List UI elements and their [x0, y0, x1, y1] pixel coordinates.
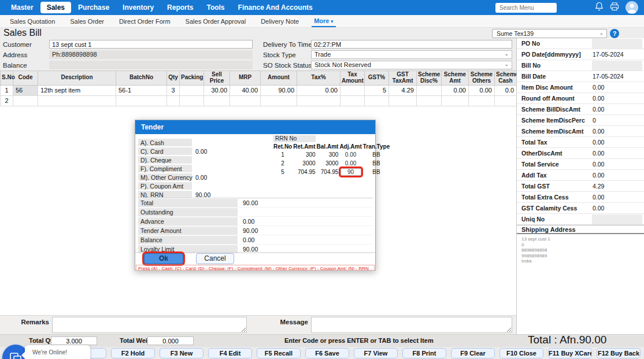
payment-mode-label[interactable]: P). Coupon Amt — [138, 182, 192, 190]
menu-item[interactable]: Purchase — [72, 2, 116, 13]
menu-item[interactable]: Sales — [40, 2, 71, 13]
summary-row-label: PO No — [517, 40, 592, 47]
grid-cell-packing[interactable] — [180, 95, 204, 106]
payment-mode-label[interactable]: C). Card — [138, 147, 192, 155]
address-field[interactable]: Ph:8898898898 — [49, 50, 253, 59]
menu-item[interactable]: Tools — [200, 2, 231, 13]
message-textarea[interactable] — [311, 317, 512, 333]
total-qty-field[interactable] — [51, 336, 97, 345]
tender-summary-row: Advance 0.00 — [138, 217, 373, 226]
fkey-button[interactable]: F9 Clear — [451, 348, 495, 358]
subnav-item[interactable]: Direct Order Form — [112, 15, 178, 27]
fkey-button[interactable]: F10 Close — [499, 348, 543, 358]
fkey-button[interactable]: F2 Hold — [111, 348, 155, 358]
menu-item[interactable]: Inventory — [116, 2, 160, 13]
summary-row-value[interactable]: 0.00 — [592, 83, 642, 92]
grid-header-cell: Code — [13, 71, 38, 86]
subnav-item[interactable]: Sales Order Approval — [178, 15, 254, 27]
summary-row-value[interactable]: 0.00 — [592, 171, 642, 180]
summary-row-value[interactable]: 0.00 — [592, 149, 642, 158]
summary-row-value[interactable]: 0.00 — [592, 193, 642, 202]
subnav-item[interactable]: Delivery Note — [253, 15, 306, 27]
adj-amount-input[interactable]: 0.00 — [340, 160, 361, 166]
fkey-button[interactable]: F4 Edit — [208, 348, 252, 358]
grid-cell-mrp[interactable]: 40.00 — [230, 85, 261, 95]
rrn-cell-adjamt: 90 — [339, 168, 362, 176]
grid-cell-code[interactable] — [13, 95, 38, 106]
grid-header-cell: BatchNo — [116, 71, 167, 86]
summary-row-value[interactable] — [592, 61, 642, 71]
so-stock-status-select[interactable]: Stock Not Reserved — [311, 61, 512, 69]
customer-input[interactable] — [49, 40, 253, 49]
rrn-table: Ret.No Ret.Amt Bal.Amt Adj.Amt Tran.Type… — [273, 143, 390, 176]
delivery-time-input[interactable] — [311, 40, 512, 49]
subnav-more-menu[interactable]: More — [312, 15, 335, 27]
ok-button[interactable]: Ok — [144, 253, 183, 264]
summary-row-value[interactable]: 0 — [592, 116, 642, 125]
payment-mode-label[interactable]: A). Cash — [138, 139, 192, 146]
payment-mode-label[interactable]: F). Compliment — [138, 165, 192, 172]
rrn-cell-balamt: 300 — [316, 150, 339, 159]
rrn-no-label[interactable]: RRN No — [273, 135, 316, 142]
payment-mode-amount[interactable]: 0.00 — [195, 174, 207, 181]
printer-icon[interactable] — [610, 2, 619, 13]
grid-cell-description[interactable]: 12th sept item — [38, 85, 116, 95]
summary-row-value[interactable] — [592, 214, 642, 224]
summary-row: Total Tax 0.00 — [517, 137, 644, 148]
grid-cell-qty[interactable]: 3 — [167, 85, 180, 95]
menu-item[interactable]: Reports — [161, 2, 199, 13]
menu-item[interactable]: Finance And Accounts — [232, 2, 319, 13]
subnav-item[interactable]: Sales Quotation — [2, 15, 62, 27]
fkey-button[interactable]: F5 Recall — [257, 348, 301, 358]
summary-row-value[interactable]: 17-05-2024 — [592, 72, 642, 82]
fkey-button[interactable]: F11 Buy XCare — [548, 348, 592, 358]
grid-cell-batchno[interactable] — [116, 95, 167, 106]
grid-cell-packing[interactable] — [180, 85, 204, 95]
user-avatar[interactable] — [626, 1, 638, 14]
summary-row-value[interactable]: 17-05-2024 — [592, 50, 642, 60]
fkey-button[interactable]: F3 New — [160, 348, 203, 358]
subnav-item[interactable]: Sales Order — [62, 15, 112, 27]
payment-mode-row: M). Other Currency 0.00 — [138, 173, 270, 182]
grid-cell-batchno[interactable]: 56-1 — [116, 85, 167, 95]
chat-tooltip[interactable]: We're Online! How may I help you today? — [25, 345, 90, 359]
grid-header-cell: GST TaxAmt — [389, 71, 417, 86]
summary-row-value[interactable]: 0.00 — [592, 160, 642, 169]
help-icon[interactable] — [610, 29, 619, 38]
fkey-button[interactable]: F12 Buy Back — [597, 348, 641, 358]
summary-row-value[interactable]: 4.29 — [592, 182, 642, 191]
grid-cell-mrp[interactable] — [230, 95, 261, 106]
remarks-textarea[interactable] — [52, 317, 247, 333]
summary-row: Bill No — [517, 60, 644, 71]
bell-icon[interactable] — [595, 2, 604, 13]
payment-mode-label[interactable]: M). Other Currency — [138, 173, 192, 181]
cancel-button[interactable]: Cancel — [196, 253, 234, 264]
grid-cell-code[interactable]: 56 — [13, 85, 38, 95]
balance-field[interactable] — [49, 61, 253, 69]
rrn-header-retno: Ret.No — [273, 143, 293, 150]
summary-row-value[interactable]: 0.00 — [592, 94, 642, 103]
grid-cell-description[interactable] — [38, 95, 116, 106]
branch-select[interactable]: Sume Tex139 — [492, 29, 607, 38]
summary-row: Total Service 0.00 — [517, 159, 644, 170]
summary-row-value[interactable]: 0.00 — [592, 127, 642, 136]
summary-row-value[interactable]: 0.00 — [592, 203, 642, 213]
fkey-button[interactable]: F6 Save — [305, 348, 349, 358]
grid-cell-sellprice[interactable]: 30.00 — [204, 85, 230, 95]
payment-mode-label[interactable]: D). Cheque — [138, 156, 192, 164]
total-weight-field[interactable] — [147, 336, 194, 345]
summary-row-value[interactable]: 0.00 — [592, 105, 642, 114]
fkey-button[interactable]: F8 Print — [402, 348, 446, 358]
adj-amount-input[interactable]: 90 — [340, 168, 361, 176]
summary-row-value[interactable] — [592, 39, 642, 49]
summary-row-value[interactable]: 0.00 — [592, 138, 642, 147]
stock-type-select[interactable]: Trade — [311, 50, 512, 59]
payment-mode-amount[interactable]: 0.00 — [195, 148, 207, 155]
grid-cell-qty[interactable] — [167, 95, 180, 106]
grid-cell-gsttaxamt: 4.29 — [389, 85, 417, 95]
adj-amount-input[interactable]: 0.00 — [340, 151, 361, 158]
fkey-button[interactable]: F7 View — [354, 348, 398, 358]
grid-cell-sellprice[interactable] — [204, 95, 230, 106]
search-input[interactable] — [495, 3, 557, 13]
menu-item[interactable]: Master — [5, 2, 40, 13]
